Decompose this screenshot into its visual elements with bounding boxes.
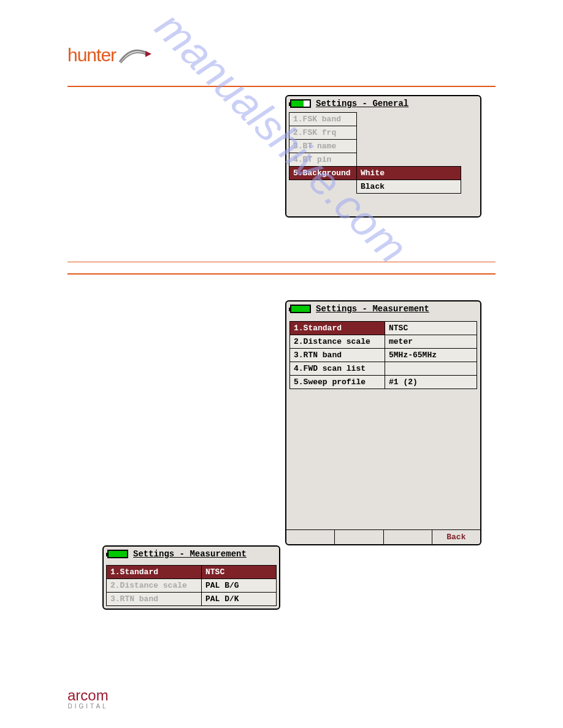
row-label: 2.FSK frq (289, 126, 357, 140)
svg-marker-0 (145, 51, 151, 57)
row-label: 4.BT pin (289, 153, 357, 167)
row-label: 1.Standard (107, 566, 202, 579)
divider (67, 86, 496, 87)
swoosh-icon (118, 44, 153, 67)
screen3-title: Settings - Measurement (133, 549, 247, 559)
battery-icon (290, 99, 311, 108)
row-value: Black (357, 180, 461, 194)
screen2-title: Settings - Measurement (316, 304, 429, 314)
screen3-header: Settings - Measurement (104, 547, 279, 563)
row-label: 5.Sweep profile (290, 376, 385, 389)
divider (67, 273, 496, 275)
table-row[interactable]: 5.Sweep profile#1 (2) (290, 376, 477, 389)
table-row[interactable]: 3.RTN band5MHz-65MHz (290, 349, 477, 362)
arcom-text: arcom (67, 687, 109, 703)
brand-logo-bottom: arcom DIGITAL (67, 687, 109, 710)
row-value (385, 362, 477, 376)
table-row[interactable]: Black (289, 180, 461, 194)
row-value: NTSC (385, 322, 477, 335)
row-value: White (357, 167, 461, 180)
row-value: NTSC (202, 566, 277, 579)
row-label: 5.Background (289, 167, 357, 180)
battery-icon (107, 550, 128, 558)
table-row[interactable]: 2.FSK frq (289, 126, 461, 140)
device-screen-measurement-main: Settings - Measurement 1.StandardNTSC 2.… (285, 300, 481, 545)
back-button[interactable]: Back (432, 530, 480, 544)
row-value: #1 (2) (385, 376, 477, 389)
table-row[interactable]: 3.RTN bandPAL D/K (107, 593, 277, 606)
table-row[interactable]: 1.StandardNTSC (290, 322, 477, 335)
table-row[interactable]: 4.FWD scan list (290, 362, 477, 376)
row-value: meter (385, 335, 477, 349)
divider (67, 262, 496, 262)
row-label: 3.BT name (289, 140, 357, 153)
screen2-header: Settings - Measurement (286, 301, 480, 317)
digital-text: DIGITAL (67, 703, 109, 710)
row-label: 1.FSK band (289, 113, 357, 126)
device-screen-measurement-standard: Settings - Measurement 1.StandardNTSC 2.… (102, 545, 280, 610)
footer-btn-1[interactable] (286, 530, 335, 544)
logo-text: hunter (67, 45, 116, 66)
row-value: PAL B/G (202, 579, 277, 593)
row-value: PAL D/K (202, 593, 277, 606)
table-row[interactable]: 4.BT pin (289, 153, 461, 167)
row-label: 4.FWD scan list (290, 362, 385, 376)
row-value: 5MHz-65MHz (385, 349, 477, 362)
screen2-footer: Back (286, 529, 480, 544)
table-row[interactable]: 1.FSK band (289, 113, 461, 126)
screen1-header: Settings - General (286, 96, 480, 112)
battery-icon (290, 305, 311, 313)
row-label: 1.Standard (290, 322, 385, 335)
table-row[interactable]: 5.Background White (289, 167, 461, 180)
device-screen-general: Settings - General 1.FSK band 2.FSK frq … (285, 95, 481, 218)
row-label: 3.RTN band (290, 349, 385, 362)
row-label: 2.Distance scale (107, 579, 202, 593)
table-row[interactable]: 2.Distance scalemeter (290, 335, 477, 349)
footer-btn-2[interactable] (335, 530, 383, 544)
brand-logo-top: hunter (67, 37, 496, 74)
footer-btn-3[interactable] (384, 530, 432, 544)
table-row[interactable]: 1.StandardNTSC (107, 566, 277, 579)
screen1-title: Settings - General (316, 99, 408, 108)
row-label: 3.RTN band (107, 593, 202, 606)
table-row[interactable]: 2.Distance scalePAL B/G (107, 579, 277, 593)
table-row[interactable]: 3.BT name (289, 140, 461, 153)
row-label: 2.Distance scale (290, 335, 385, 349)
